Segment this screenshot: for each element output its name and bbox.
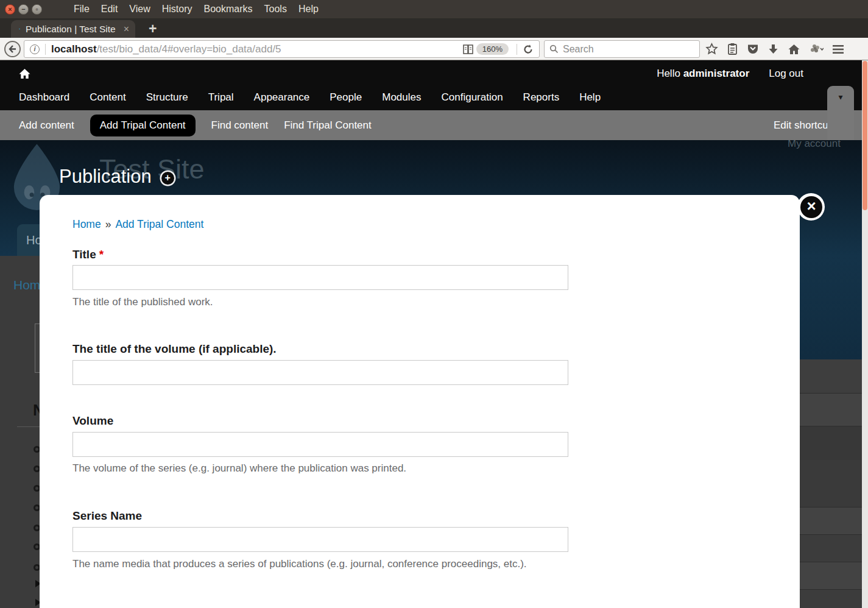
site-header-background-right xyxy=(800,256,862,359)
table-row xyxy=(800,562,862,589)
tab-close-icon[interactable]: × xyxy=(124,24,129,34)
table-row xyxy=(800,426,862,460)
search-input[interactable]: Search xyxy=(544,40,700,58)
pocket-button[interactable] xyxy=(747,43,759,55)
scrollbar-track[interactable] xyxy=(862,60,868,608)
field-series-name: Series Name The name media that produces… xyxy=(72,509,763,570)
downloads-button[interactable] xyxy=(767,43,779,55)
tab-title: Publication | Test Site xyxy=(26,24,116,35)
toolbar-item-configuration[interactable]: Configuration xyxy=(441,91,503,104)
toolbar-item-help[interactable]: Help xyxy=(579,91,601,104)
bookmark-star-button[interactable] xyxy=(705,43,718,55)
series-name-description: The name media that produces a series of… xyxy=(72,558,763,570)
bookmarks-list-button[interactable] xyxy=(727,43,738,55)
page-title: Publication xyxy=(59,166,152,188)
toolbar-item-appearance[interactable]: Appearance xyxy=(254,91,310,104)
window-close-button[interactable]: × xyxy=(5,4,15,15)
volume-label: Volume xyxy=(72,414,763,428)
window-maximize-button[interactable]: ▫ xyxy=(32,4,42,15)
title-label: Title* xyxy=(72,248,763,261)
table-row xyxy=(800,393,862,426)
hamburger-menu-button[interactable] xyxy=(832,44,844,54)
breadcrumb: Home»Add Tripal Content xyxy=(72,218,763,231)
breadcrumb-separator: » xyxy=(105,218,111,230)
search-placeholder: Search xyxy=(563,44,594,55)
toolbar-toggle-button[interactable]: ▾ xyxy=(827,86,854,140)
toolbar-item-modules[interactable]: Modules xyxy=(382,91,421,104)
menu-edit[interactable]: Edit xyxy=(101,4,118,15)
shortcut-bar: Add content Add Tripal Content Find cont… xyxy=(0,110,862,140)
zoom-level-badge[interactable]: 160% xyxy=(476,43,509,55)
window-titlebar: × − ▫ File Edit View History Bookmarks T… xyxy=(0,0,868,18)
menu-tools[interactable]: Tools xyxy=(264,4,287,15)
circle-plus-icon[interactable]: + xyxy=(161,172,174,185)
url-host: localhost xyxy=(51,43,97,55)
toolbar-item-reports[interactable]: Reports xyxy=(523,91,560,104)
tab-bar: Publication | Test Site × + xyxy=(0,18,868,38)
menu-bookmarks[interactable]: Bookmarks xyxy=(204,4,253,15)
toolbar-item-people[interactable]: People xyxy=(330,91,362,104)
toolbar-item-structure[interactable]: Structure xyxy=(146,91,188,104)
url-bar[interactable]: i localhost/test/bio_data/4#overlay=bio_… xyxy=(24,40,540,58)
logout-link[interactable]: Log out xyxy=(769,68,803,80)
shortcut-add-tripal-content[interactable]: Add Tripal Content xyxy=(90,115,196,136)
toolbar-item-dashboard[interactable]: Dashboard xyxy=(19,91,69,104)
volume-input[interactable] xyxy=(72,432,568,457)
my-account-link: My account xyxy=(788,140,841,150)
scrollbar-thumb[interactable] xyxy=(863,61,867,210)
volume-title-input[interactable] xyxy=(72,360,568,385)
title-description: The title of the published work. xyxy=(72,296,763,308)
series-name-input[interactable] xyxy=(72,527,568,552)
chevron-down-icon: ▾ xyxy=(838,92,842,102)
toolbar-home-icon[interactable] xyxy=(18,68,31,80)
back-arrow-icon xyxy=(7,44,18,54)
overlay-panel: Home»Add Tripal Content Title* The title… xyxy=(40,195,800,608)
reload-icon[interactable] xyxy=(523,44,534,55)
table-row xyxy=(800,460,862,507)
title-input[interactable] xyxy=(72,265,568,290)
required-marker: * xyxy=(99,248,104,261)
volume-description: The volume of the series (e.g. journal) … xyxy=(72,462,763,475)
admin-menu: Dashboard Content Structure Tripal Appea… xyxy=(0,85,862,110)
overlay-close-button[interactable]: × xyxy=(800,196,822,218)
home-button[interactable] xyxy=(788,43,800,55)
table-row xyxy=(800,534,862,562)
toolbar-item-content[interactable]: Content xyxy=(90,91,126,104)
background-table-rows xyxy=(800,359,862,608)
toolbar-item-tripal[interactable]: Tripal xyxy=(208,91,234,104)
table-row xyxy=(800,507,862,534)
navigation-bar: i localhost/test/bio_data/4#overlay=bio_… xyxy=(0,38,868,60)
shortcut-find-content[interactable]: Find content xyxy=(211,119,269,132)
series-name-label: Series Name xyxy=(72,509,763,523)
url-separator-2 xyxy=(517,44,517,55)
window-controls: × − ▫ xyxy=(5,4,42,15)
site-info-icon[interactable]: i xyxy=(30,44,40,54)
menu-view[interactable]: View xyxy=(129,4,150,15)
drupal-favicon-icon xyxy=(19,24,20,34)
reader-mode-icon[interactable] xyxy=(462,44,474,55)
admin-toolbar: Hello administrator Log out Dashboard Co… xyxy=(0,60,862,110)
addon-flower-button[interactable] xyxy=(809,43,824,55)
new-tab-button[interactable]: + xyxy=(144,19,161,38)
field-volume: Volume The volume of the series (e.g. jo… xyxy=(72,414,763,475)
table-row xyxy=(800,589,862,608)
table-row xyxy=(800,359,862,393)
menu-file[interactable]: File xyxy=(74,4,90,15)
search-icon xyxy=(549,44,559,54)
shortcut-add-content[interactable]: Add content xyxy=(19,119,74,132)
back-button[interactable] xyxy=(4,41,21,57)
shortcut-find-tripal-content[interactable]: Find Tripal Content xyxy=(284,119,372,132)
volume-title-label: The title of the volume (if applicable). xyxy=(72,342,763,356)
breadcrumb-home-link[interactable]: Home xyxy=(72,218,101,230)
breadcrumb-current-link[interactable]: Add Tripal Content xyxy=(115,218,203,230)
menu-help[interactable]: Help xyxy=(298,4,319,15)
tab-publication[interactable]: Publication | Test Site × xyxy=(11,20,135,38)
username: administrator xyxy=(683,68,750,79)
background-breadcrumb-fragment: Hom xyxy=(13,278,40,292)
greeting-text: Hello administrator xyxy=(657,68,749,80)
url-path: /test/bio_data/4#overlay=bio_data/add/5 xyxy=(97,43,281,55)
url-separator xyxy=(45,44,46,55)
window-minimize-button[interactable]: − xyxy=(18,4,29,15)
menu-history[interactable]: History xyxy=(162,4,192,15)
menubar: File Edit View History Bookmarks Tools H… xyxy=(74,4,319,15)
